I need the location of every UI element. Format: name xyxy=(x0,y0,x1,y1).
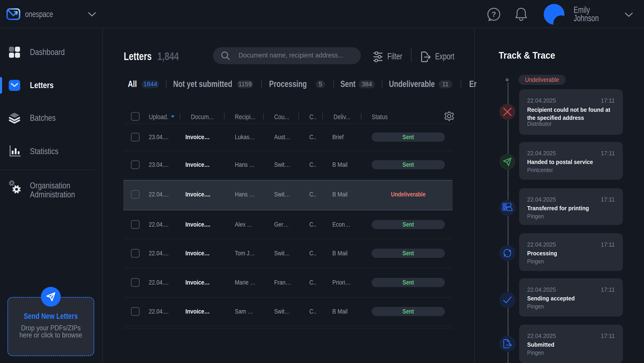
svg-text:?: ? xyxy=(492,10,496,18)
